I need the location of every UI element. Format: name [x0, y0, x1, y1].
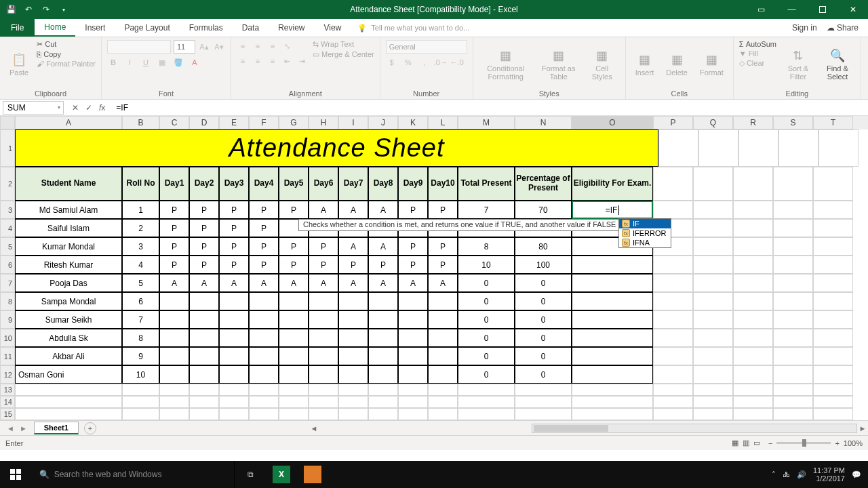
cell-name[interactable]: Saiful Islam	[15, 219, 122, 237]
cell-day9[interactable]: P	[398, 237, 428, 256]
maximize-button[interactable]	[807, 0, 837, 19]
cell-day3[interactable]	[219, 310, 249, 329]
cell-day8[interactable]	[368, 292, 398, 310]
hdr-day7[interactable]: Day7	[338, 167, 368, 201]
clear-button[interactable]: ◇ Clear	[739, 59, 776, 68]
number-format-combo[interactable]: General	[386, 40, 467, 54]
col-C[interactable]: C	[159, 116, 189, 129]
close-button[interactable]: ✕	[837, 0, 868, 19]
tray-network-icon[interactable]: 🖧	[783, 470, 790, 479]
zoom-level[interactable]: 100%	[844, 439, 863, 447]
hdr-day10[interactable]: Day10	[428, 167, 458, 201]
cell-day4[interactable]	[249, 347, 279, 365]
cell-day6[interactable]: P	[309, 256, 338, 274]
comma-icon[interactable]: ,	[418, 56, 431, 68]
hdr-day3[interactable]: Day3	[219, 167, 249, 201]
view-page-layout-icon[interactable]: ▥	[743, 439, 749, 447]
cell-day10[interactable]: P	[428, 237, 458, 256]
cell-day4[interactable]: P	[249, 237, 279, 256]
cancel-formula-icon[interactable]: ✕	[72, 103, 79, 113]
cell-day9[interactable]: A	[398, 274, 428, 292]
qat-dropdown-icon[interactable]: ▾	[58, 4, 69, 15]
cell-day5[interactable]	[279, 329, 309, 347]
cell-day5[interactable]: P	[279, 256, 309, 274]
cell-day9[interactable]: P	[398, 201, 428, 219]
cell-day6[interactable]	[309, 329, 338, 347]
cell-day10[interactable]: P	[428, 256, 458, 274]
tab-file[interactable]: File	[0, 19, 35, 37]
row-header-6[interactable]: 6	[0, 256, 15, 274]
cell-eligibility[interactable]	[572, 274, 653, 292]
cell-day3[interactable]: P	[219, 219, 249, 237]
cell-day2[interactable]	[189, 365, 219, 384]
format-painter-button[interactable]: 🖌 Format Painter	[37, 60, 96, 68]
hdr-day6[interactable]: Day6	[309, 167, 338, 201]
cell-day7[interactable]	[338, 310, 368, 329]
hdr-day1[interactable]: Day1	[159, 167, 189, 201]
cell-eligibility[interactable]	[572, 365, 653, 384]
cell-day5[interactable]	[279, 292, 309, 310]
hdr-student-name[interactable]: Student Name	[15, 167, 122, 201]
cell-day2[interactable]: P	[189, 237, 219, 256]
cell-day8[interactable]: A	[368, 201, 398, 219]
hdr-pct-present[interactable]: Percentage of Present	[515, 167, 572, 201]
col-S[interactable]: S	[773, 116, 813, 129]
cell-name[interactable]: Kumar Mondal	[15, 237, 122, 256]
ribbon-options-icon[interactable]: ▭	[746, 0, 776, 19]
tab-review[interactable]: Review	[269, 19, 314, 37]
cell-day1[interactable]: P	[159, 201, 189, 219]
cell-day8[interactable]: A	[368, 274, 398, 292]
cell-day5[interactable]: P	[279, 237, 309, 256]
cell-eligibility[interactable]	[572, 347, 653, 365]
cell-day10[interactable]	[428, 347, 458, 365]
cell-day1[interactable]	[159, 365, 189, 384]
format-cells-button[interactable]: ▦Format	[696, 40, 728, 88]
cell-name[interactable]: Osman Goni	[15, 365, 122, 384]
cell-total-present[interactable]: 0	[458, 365, 515, 384]
hdr-day8[interactable]: Day8	[368, 167, 398, 201]
col-T[interactable]: T	[813, 116, 853, 129]
hdr-day2[interactable]: Day2	[189, 167, 219, 201]
undo-icon[interactable]: ↶	[23, 4, 34, 15]
cut-button[interactable]: ✂ Cut	[37, 40, 96, 49]
delete-cells-button[interactable]: ▦Delete	[662, 40, 692, 88]
align-center-icon[interactable]: ≡	[252, 55, 264, 67]
cell-day8[interactable]	[368, 365, 398, 384]
cell-day3[interactable]: A	[219, 274, 249, 292]
cell-day4[interactable]: P	[249, 219, 279, 237]
cell-name[interactable]: Sumar Seikh	[15, 310, 122, 329]
cell-day2[interactable]	[189, 310, 219, 329]
tab-home[interactable]: Home	[35, 19, 75, 37]
col-G[interactable]: G	[279, 116, 309, 129]
cell-name[interactable]: Abdulla Sk	[15, 329, 122, 347]
cell-day10[interactable]	[428, 292, 458, 310]
tray-volume-icon[interactable]: 🔊	[797, 470, 806, 479]
cell-day8[interactable]: A	[368, 237, 398, 256]
italic-button[interactable]: I	[123, 56, 136, 68]
sheet-tab-sheet1[interactable]: Sheet1	[34, 422, 79, 434]
cell-day9[interactable]	[398, 310, 428, 329]
cell-day7[interactable]: A	[338, 274, 368, 292]
cell-roll[interactable]: 2	[122, 219, 159, 237]
hdr-total-present[interactable]: Total Present	[458, 167, 515, 201]
cell-day7[interactable]: A	[338, 237, 368, 256]
insert-cells-button[interactable]: ▦Insert	[631, 40, 658, 88]
hscroll-left-icon[interactable]: ◄	[309, 424, 319, 432]
dec-decimal-icon[interactable]: ←.0	[451, 56, 463, 68]
cell-day6[interactable]: A	[309, 201, 338, 219]
col-A[interactable]: A	[15, 116, 122, 129]
row-header-2[interactable]: 2	[0, 167, 15, 201]
cell-pct-present[interactable]: 0	[515, 347, 572, 365]
row-header-15[interactable]: 15	[0, 408, 15, 420]
row-header-1[interactable]: 1	[0, 129, 15, 167]
cell-total-present[interactable]: 10	[458, 256, 515, 274]
cell-day5[interactable]	[279, 365, 309, 384]
cell-roll[interactable]: 3	[122, 237, 159, 256]
align-bot-icon[interactable]: ≡	[267, 40, 279, 52]
font-color-button[interactable]: A	[189, 56, 201, 68]
sheet-nav-prev-icon[interactable]: ◄	[7, 424, 14, 432]
col-I[interactable]: I	[338, 116, 368, 129]
cell-day2[interactable]: P	[189, 201, 219, 219]
cell-day3[interactable]	[219, 329, 249, 347]
align-top-icon[interactable]: ≡	[237, 40, 249, 52]
